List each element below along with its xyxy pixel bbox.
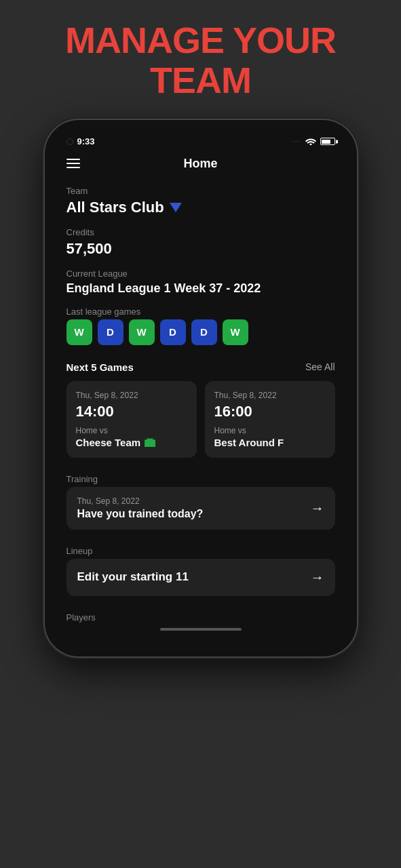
hamburger-line-1 [66,159,80,160]
training-question: Have you trained today? [77,508,204,520]
games-row: Thu, Sep 8, 202214:00Home vsCheese TeamT… [66,381,335,458]
game-opponent-name-0: Cheese Team [76,437,141,448]
headline-line1: MANAGE YOUR [65,20,336,60]
phone-frame: 9:33 ··· [45,120,357,656]
league-name: England League 1 Week 37 - 2022 [66,281,335,296]
game-card-0[interactable]: Thu, Sep 8, 202214:00Home vsCheese Team [66,381,197,458]
signal-dots: ··· [292,138,301,144]
phone-screen: 9:33 ··· [53,130,349,647]
current-league-label: Current League [66,269,335,279]
credits-value: 57,500 [66,240,335,258]
training-card[interactable]: Thu, Sep 8, 2022 Have you trained today?… [66,487,335,530]
result-badge-3: D [160,319,186,345]
battery-icon [320,138,335,145]
hamburger-menu-icon[interactable] [66,159,80,168]
game-date-0: Thu, Sep 8, 2022 [76,391,187,400]
hamburger-line-2 [66,163,80,164]
headline: MANAGE YOUR TEAM [65,20,336,101]
status-time-row: 9:33 [66,136,95,146]
status-bar: 9:33 ··· [53,130,349,151]
team-name-row: All Stars Club [66,199,335,216]
result-badge-4: D [191,319,217,345]
game-vs-label-0: Home vs [76,426,187,435]
see-all-button[interactable]: See All [305,361,335,372]
next-games-title: Next 5 Games [66,361,134,373]
wifi-icon [305,136,316,147]
game-opponent-0: Cheese Team [76,437,187,448]
training-date: Thu, Sep 8, 2022 [77,496,204,506]
training-info: Thu, Sep 8, 2022 Have you trained today? [77,496,204,520]
headline-line2: TEAM [65,60,336,100]
training-arrow-icon: → [311,500,324,516]
lineup-arrow-icon: → [311,570,324,585]
team-name: All Stars Club [66,199,164,216]
page-container: MANAGE YOUR TEAM 9:33 ··· [0,0,401,656]
game-opponent-name-1: Best Around F [214,437,284,448]
hamburger-line-3 [66,167,80,168]
game-card-1[interactable]: Thu, Sep 8, 202216:00Home vsBest Around … [205,381,335,458]
result-badge-1: D [98,319,123,345]
game-opponent-1: Best Around F [214,437,326,448]
nav-bar: Home [53,151,349,180]
game-time-1: 16:00 [214,403,326,420]
game-date-1: Thu, Sep 8, 2022 [214,391,326,400]
content-area: Team All Stars Club Credits 57,500 Curre… [53,180,349,647]
game-vs-label-1: Home vs [214,426,326,435]
results-row: WDWDDW [66,319,335,345]
shirt-icon-0 [145,437,155,447]
result-badge-5: W [223,319,248,345]
lineup-card[interactable]: Edit your starting 11 → [66,559,335,596]
result-badge-2: W [129,319,155,345]
team-label: Team [66,186,335,196]
next-games-header: Next 5 Games See All [66,361,335,373]
game-time-0: 14:00 [76,403,187,420]
status-icons: ··· [292,136,335,147]
home-indicator [160,628,242,631]
players-label: Players [66,612,335,623]
credits-label: Credits [66,227,335,237]
battery-fill [322,140,330,144]
last-games-label: Last league games [66,307,335,317]
nav-title: Home [183,157,217,171]
filter-icon[interactable] [170,203,182,212]
result-badge-0: W [66,319,92,345]
lineup-text: Edit your starting 11 [77,570,189,584]
lineup-section-label: Lineup [66,546,335,556]
training-section-label: Training [66,474,335,484]
status-time-text: 9:33 [77,136,95,146]
camera-dot [66,138,73,145]
